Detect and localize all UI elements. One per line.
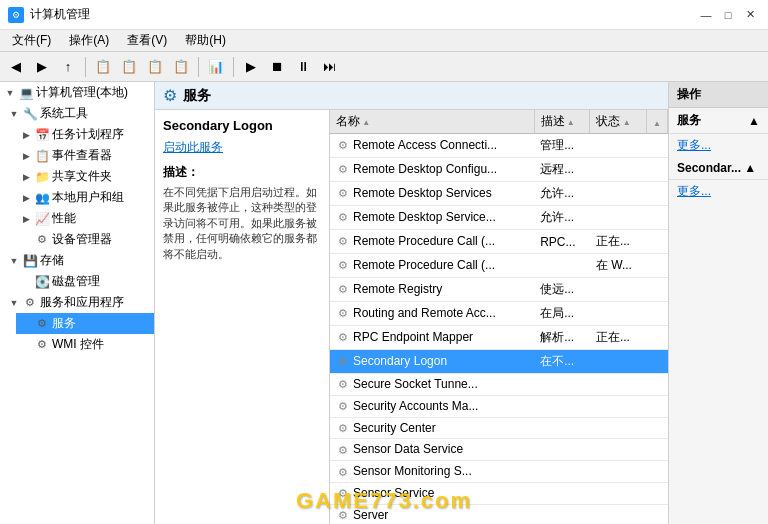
actions-more2[interactable]: 更多... <box>669 180 768 203</box>
tree-item-system[interactable]: ▼ 🔧 系统工具 <box>4 103 154 124</box>
service-name-cell: ⚙Remote Registry <box>330 278 534 302</box>
table-row[interactable]: ⚙Remote Procedure Call (... RPC... 正在... <box>330 230 668 254</box>
service-status-cell: 在 W... <box>590 254 647 278</box>
menu-help[interactable]: 帮助(H) <box>177 30 234 51</box>
tree-toggle-storage: ▼ <box>8 255 20 267</box>
actions-panel: 操作 服务 ▲ 更多... Secondar... ▲ 更多... <box>668 82 768 524</box>
col-status[interactable]: 状态 <box>590 110 647 134</box>
table-row[interactable]: ⚙Server <box>330 504 668 524</box>
tree-label-svcapp: 服务和应用程序 <box>40 294 124 311</box>
toolbar-sep1 <box>85 57 86 77</box>
task-icon: 📅 <box>34 127 50 143</box>
service-extra-cell <box>647 350 668 374</box>
table-row[interactable]: ⚙Remote Desktop Configu... 远程... <box>330 158 668 182</box>
service-status-cell <box>590 206 647 230</box>
toolbar-btn3[interactable]: 📋 <box>143 55 167 79</box>
service-extra-cell <box>647 326 668 350</box>
service-row-icon: ⚙ <box>336 307 350 321</box>
tree-label-services: 服务 <box>52 315 76 332</box>
menu-view[interactable]: 查看(V) <box>119 30 175 51</box>
table-row[interactable]: ⚙Sensor Monitoring S... <box>330 461 668 483</box>
service-desc-cell: 解析... <box>534 326 590 350</box>
table-row[interactable]: ⚙Sensor Data Service <box>330 439 668 461</box>
table-row[interactable]: ⚙Security Accounts Ma... <box>330 395 668 417</box>
toolbar-play[interactable]: ▶ <box>239 55 263 79</box>
service-name-cell: ⚙Remote Desktop Service... <box>330 206 534 230</box>
table-row[interactable]: ⚙Remote Desktop Services 允许... <box>330 182 668 206</box>
tree-item-root[interactable]: ▼ 💻 计算机管理(本地) <box>0 82 154 103</box>
service-status-cell <box>590 374 647 396</box>
tree-label-devmgr: 设备管理器 <box>52 231 112 248</box>
services-table-area: 名称 描述 状态 ⚙Remote Access Connecti... 管理..… <box>330 110 668 524</box>
service-row-icon: ⚙ <box>336 487 350 501</box>
tree-item-users[interactable]: ▶ 👥 本地用户和组 <box>16 187 154 208</box>
toolbar-btn5[interactable]: 📊 <box>204 55 228 79</box>
toolbar-next[interactable]: ⏭ <box>317 55 341 79</box>
minimize-button[interactable]: — <box>696 5 716 25</box>
table-row[interactable]: ⚙Remote Access Connecti... 管理... <box>330 134 668 158</box>
close-button[interactable]: ✕ <box>740 5 760 25</box>
toolbar-up[interactable]: ↑ <box>56 55 80 79</box>
service-desc-cell <box>534 504 590 524</box>
table-row[interactable]: ⚙Remote Registry 使远... <box>330 278 668 302</box>
tree-toggle-task: ▶ <box>20 129 32 141</box>
tree-item-wmi[interactable]: ⚙ WMI 控件 <box>16 334 154 355</box>
table-row[interactable]: ⚙RPC Endpoint Mapper 解析... 正在... <box>330 326 668 350</box>
toolbar-sep2 <box>198 57 199 77</box>
tree-item-services[interactable]: ⚙ 服务 <box>16 313 154 334</box>
tree-item-event[interactable]: ▶ 📋 事件查看器 <box>16 145 154 166</box>
toolbar-btn2[interactable]: 📋 <box>117 55 141 79</box>
menu-file[interactable]: 文件(F) <box>4 30 59 51</box>
table-row[interactable]: ⚙Secondary Logon 在不... <box>330 350 668 374</box>
service-row-icon: ⚙ <box>336 259 350 273</box>
table-row[interactable]: ⚙Secure Socket Tunne... <box>330 374 668 396</box>
services-table: 名称 描述 状态 ⚙Remote Access Connecti... 管理..… <box>330 110 668 524</box>
maximize-button[interactable]: □ <box>718 5 738 25</box>
tree-toggle-wmi <box>20 339 32 351</box>
content-header-icon: ⚙ <box>163 86 177 105</box>
table-row[interactable]: ⚙Security Center <box>330 417 668 439</box>
service-name-cell: ⚙Secondary Logon <box>330 350 534 374</box>
tree-item-perf[interactable]: ▶ 📈 性能 <box>16 208 154 229</box>
toolbar: ◀ ▶ ↑ 📋 📋 📋 📋 📊 ▶ ⏹ ⏸ ⏭ <box>0 52 768 82</box>
table-row[interactable]: ⚙Sensor Service <box>330 483 668 505</box>
service-row-icon: ⚙ <box>336 235 350 249</box>
toolbar-pause[interactable]: ⏸ <box>291 55 315 79</box>
service-desc-cell: 使远... <box>534 278 590 302</box>
table-row[interactable]: ⚙Routing and Remote Acc... 在局... <box>330 302 668 326</box>
service-name-cell: ⚙Remote Desktop Services <box>330 182 534 206</box>
service-desc-cell <box>534 254 590 278</box>
actions-more1[interactable]: 更多... <box>669 134 768 157</box>
table-row[interactable]: ⚙Remote Desktop Service... 允许... <box>330 206 668 230</box>
service-row-icon: ⚙ <box>336 187 350 201</box>
service-start-link[interactable]: 启动此服务 <box>163 139 321 156</box>
toolbar-back[interactable]: ◀ <box>4 55 28 79</box>
tree-item-shared[interactable]: ▶ 📁 共享文件夹 <box>16 166 154 187</box>
tree-item-disk[interactable]: 💽 磁盘管理 <box>16 271 154 292</box>
content-header: ⚙ 服务 <box>155 82 668 110</box>
service-extra-cell <box>647 230 668 254</box>
service-desc-cell: 远程... <box>534 158 590 182</box>
actions-section2-title: Secondar... ▲ <box>669 157 768 180</box>
service-desc-label: 描述： <box>163 164 321 181</box>
tree-item-storage[interactable]: ▼ 💾 存储 <box>4 250 154 271</box>
tree-item-devmgr[interactable]: ⚙ 设备管理器 <box>16 229 154 250</box>
tree-item-svcapp[interactable]: ▼ ⚙ 服务和应用程序 <box>4 292 154 313</box>
tree-toggle-svcapp: ▼ <box>8 297 20 309</box>
service-name-cell: ⚙Secure Socket Tunne... <box>330 374 534 396</box>
menu-action[interactable]: 操作(A) <box>61 30 117 51</box>
toolbar-btn4[interactable]: 📋 <box>169 55 193 79</box>
toolbar-stop[interactable]: ⏹ <box>265 55 289 79</box>
col-desc[interactable]: 描述 <box>534 110 590 134</box>
col-name[interactable]: 名称 <box>330 110 534 134</box>
service-extra-cell <box>647 278 668 302</box>
table-row[interactable]: ⚙Remote Procedure Call (... 在 W... <box>330 254 668 278</box>
toolbar-forward[interactable]: ▶ <box>30 55 54 79</box>
service-row-icon: ⚙ <box>336 443 350 457</box>
service-extra-cell <box>647 461 668 483</box>
service-desc-cell <box>534 439 590 461</box>
toolbar-btn1[interactable]: 📋 <box>91 55 115 79</box>
tree-item-task[interactable]: ▶ 📅 任务计划程序 <box>16 124 154 145</box>
title-bar: ⚙ 计算机管理 — □ ✕ <box>0 0 768 30</box>
service-desc-cell <box>534 483 590 505</box>
